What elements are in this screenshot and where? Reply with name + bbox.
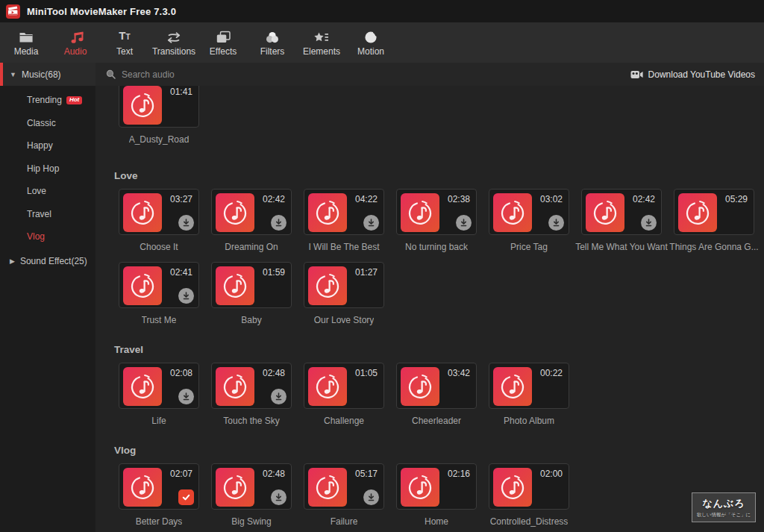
sidebar-item-label: Travel	[27, 209, 51, 219]
music-card-cell: 02:48Touch the Sky	[205, 363, 298, 426]
download-button[interactable]	[641, 215, 657, 231]
tab-text[interactable]: TTText	[100, 22, 149, 63]
music-card-choose-it[interactable]: 03:27	[119, 189, 199, 235]
tab-media[interactable]: Media	[1, 22, 51, 63]
search-input[interactable]	[122, 69, 625, 80]
music-card-no-turning-back[interactable]: 02:38	[396, 189, 477, 235]
arrows-swap-icon	[166, 28, 182, 44]
download-button[interactable]	[271, 215, 286, 231]
music-card-better-days[interactable]: 02:07	[119, 463, 199, 510]
download-button[interactable]	[178, 389, 194, 404]
music-card-life[interactable]: 02:08	[119, 363, 199, 409]
track-name: Life	[151, 416, 166, 426]
tab-audio[interactable]: Audio	[51, 22, 100, 63]
music-thumbnail	[493, 468, 532, 507]
music-card-photo-album[interactable]: 00:22	[489, 363, 569, 409]
track-name: Cheerleader	[412, 416, 461, 426]
track-duration: 02:07	[170, 469, 192, 479]
music-card-cell: 02:00Controlled_Distress	[483, 463, 575, 527]
sidebar-item-love[interactable]: Love	[0, 180, 96, 203]
music-card-controlled-distress[interactable]: 02:00	[489, 463, 569, 510]
search-icon	[105, 69, 116, 80]
music-card-cell: 03:02Price Tag	[483, 189, 575, 252]
music-card-home[interactable]: 02:16	[396, 463, 477, 510]
sidebar-item-classic[interactable]: Classic	[0, 112, 96, 135]
app-logo-icon	[6, 4, 20, 19]
tab-filters[interactable]: Filters	[248, 22, 297, 63]
music-thumbnail	[123, 468, 162, 507]
music-note-thumb-icon	[404, 371, 436, 402]
sidebar-item-trending[interactable]: TrendingHot	[0, 89, 96, 112]
tab-label: Transitions	[152, 46, 195, 57]
tab-label: Motion	[357, 46, 384, 57]
motion-ball-icon	[364, 28, 378, 44]
music-thumbnail	[216, 468, 254, 507]
music-card-our-love-story[interactable]: 01:27	[304, 262, 384, 308]
music-thumbnail	[493, 193, 532, 232]
music-note-thumb-icon	[312, 472, 343, 503]
sidebar-item-happy[interactable]: Happy	[0, 134, 96, 157]
download-button[interactable]	[363, 489, 379, 505]
music-card-cell: 01:41A_Dusty_Road	[113, 86, 205, 145]
window-title: MiniTool MovieMaker Free 7.3.0	[27, 6, 176, 17]
track-duration: 02:42	[633, 194, 655, 204]
track-duration: 02:08	[170, 368, 192, 378]
download-button[interactable]	[456, 215, 472, 231]
sidebar-group-label: Sound Effect(25)	[20, 256, 87, 266]
sidebar-item-label: Hip Hop	[27, 163, 59, 174]
sidebar: ▼Music(68)TrendingHotClassicHappyHip Hop…	[0, 63, 96, 532]
tab-effects[interactable]: Effects	[198, 22, 248, 63]
sidebar-item-travel[interactable]: Travel	[0, 203, 96, 226]
frames-icon	[216, 28, 231, 44]
tab-elements[interactable]: Elements	[297, 22, 346, 63]
tab-motion[interactable]: Motion	[346, 22, 395, 63]
music-card-failure[interactable]: 05:17	[304, 463, 384, 510]
music-thumbnail	[123, 266, 162, 305]
music-card-big-swing[interactable]: 02:48	[211, 463, 292, 510]
music-card-cell: 05:29Things Are Gonna G...	[668, 189, 760, 252]
track-duration: 02:48	[263, 368, 285, 378]
music-note-thumb-icon	[312, 270, 343, 301]
download-button[interactable]	[271, 389, 286, 404]
folder-icon	[18, 28, 34, 44]
filter-blob-icon	[265, 28, 280, 44]
music-note-thumb-icon	[127, 371, 158, 402]
music-thumbnail	[123, 367, 162, 406]
track-duration: 02:41	[170, 267, 192, 278]
sidebar-group-music[interactable]: ▼Music(68)	[0, 63, 96, 86]
music-card-trust-me[interactable]: 02:41	[119, 262, 199, 308]
music-card-cell: 02:38No turning back	[390, 189, 483, 252]
music-card-cell: 00:22Photo Album	[483, 363, 575, 426]
partial-track-row: 01:41A_Dusty_Road	[113, 86, 764, 154]
download-button[interactable]	[548, 215, 564, 231]
track-duration: 00:22	[540, 368, 563, 378]
music-card-baby[interactable]: 01:59	[211, 262, 292, 308]
download-button[interactable]	[363, 215, 379, 231]
music-card-i-will-be-the-best[interactable]: 04:22	[304, 189, 384, 235]
sidebar-group-sound-effect[interactable]: ▶Sound Effect(25)	[0, 248, 96, 274]
sidebar-item-hip-hop[interactable]: Hip Hop	[0, 157, 96, 181]
music-library: 01:41A_Dusty_RoadLove03:27Choose It02:42…	[96, 86, 764, 532]
download-youtube-link[interactable]: Download YouTube Videos	[630, 69, 755, 80]
track-name: Trust Me	[142, 315, 177, 325]
track-duration: 01:41	[170, 87, 192, 97]
music-card-price-tag[interactable]: 03:02	[489, 189, 569, 235]
download-button[interactable]	[178, 215, 194, 231]
tab-transitions[interactable]: Transitions	[149, 22, 198, 63]
music-card-touch-the-sky[interactable]: 02:48	[211, 363, 292, 409]
music-card-cheerleader[interactable]: 03:42	[396, 363, 477, 409]
download-youtube-label: Download YouTube Videos	[648, 69, 755, 80]
track-duration: 01:05	[355, 368, 378, 378]
download-button[interactable]	[178, 288, 194, 304]
music-card-challenge[interactable]: 01:05	[304, 363, 384, 409]
track-duration: 03:02	[540, 194, 563, 204]
download-button[interactable]	[271, 489, 286, 505]
music-card-things-are-gonna-g[interactable]: 05:29	[674, 189, 754, 235]
music-note-thumb-icon	[404, 197, 436, 228]
music-card-tell-me-what-you-want[interactable]: 02:42	[581, 189, 662, 235]
section-title-travel: Travel	[114, 344, 764, 355]
chevron-right-icon: ▶	[10, 257, 15, 265]
sidebar-item-vlog[interactable]: Vlog	[0, 225, 96, 248]
music-card-dreaming-on[interactable]: 02:42	[211, 189, 292, 235]
music-card-a-dusty-road[interactable]: 01:41	[119, 86, 199, 128]
